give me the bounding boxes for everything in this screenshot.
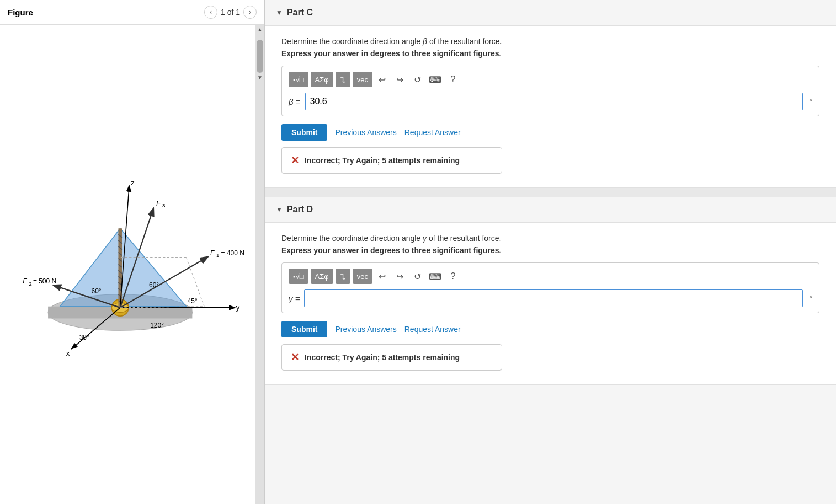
part-d-unit: ° bbox=[810, 294, 812, 303]
part-d-header: ▼ Part D bbox=[265, 197, 836, 223]
part-c-feedback-text: Incorrect; Try Again; 5 attempts remaini… bbox=[305, 156, 460, 165]
part-c-action-row: Submit Previous Answers Request Answer bbox=[281, 124, 819, 141]
svg-text:30°: 30° bbox=[79, 334, 89, 341]
part-c-submit-btn[interactable]: Submit bbox=[281, 124, 327, 141]
figure-next-btn[interactable]: › bbox=[243, 6, 257, 19]
keyboard-btn-c[interactable]: ⌨ bbox=[428, 72, 443, 87]
svg-text:F: F bbox=[23, 277, 27, 285]
part-d-input[interactable] bbox=[304, 289, 802, 307]
part-d-instruction: Express your answer in degrees to three … bbox=[281, 246, 819, 255]
part-d-math-label: γ = bbox=[289, 294, 300, 303]
help-btn-c[interactable]: ? bbox=[445, 72, 461, 87]
part-c-error-icon: ✕ bbox=[291, 154, 299, 167]
part-d-feedback-text: Incorrect; Try Again; 5 attempts remaini… bbox=[305, 353, 460, 362]
figure-nav: ‹ 1 of 1 › bbox=[204, 6, 257, 19]
part-c-input[interactable] bbox=[305, 93, 803, 110]
part-c-collapse-icon[interactable]: ▼ bbox=[276, 9, 283, 17]
svg-text:2: 2 bbox=[29, 281, 31, 287]
svg-text:1: 1 bbox=[216, 252, 219, 258]
part-c-previous-answers-btn[interactable]: Previous Answers bbox=[335, 128, 396, 137]
part-c-title: Part C bbox=[287, 8, 313, 18]
svg-text:F: F bbox=[156, 199, 161, 207]
svg-text:F: F bbox=[210, 249, 215, 257]
part-c-description: Determine the coordinate direction angle… bbox=[281, 37, 819, 46]
part-d-collapse-icon[interactable]: ▼ bbox=[276, 206, 283, 213]
figure-diagram: z x y F 3 F 1 = 4 bbox=[0, 25, 264, 504]
part-c-toolbar: ▪√□ ΑΣφ ⇅ vec ↩ ↪ ↺ ⌨ ? bbox=[289, 72, 812, 87]
part-d-action-row: Submit Previous Answers Request Answer bbox=[281, 321, 819, 337]
part-d-math-container: ▪√□ ΑΣφ ⇅ vec ↩ ↪ ↺ ⌨ ? γ = ° bbox=[281, 262, 819, 313]
help-btn-d[interactable]: ? bbox=[445, 269, 461, 284]
part-d-previous-answers-btn[interactable]: Previous Answers bbox=[335, 325, 396, 334]
part-d-description: Determine the coordinate direction angle… bbox=[281, 234, 819, 243]
redo-btn-d[interactable]: ↪ bbox=[392, 269, 408, 284]
part-separator bbox=[265, 188, 836, 197]
undo-btn-d[interactable]: ↩ bbox=[375, 269, 390, 284]
vec-btn-d[interactable]: vec bbox=[353, 269, 372, 284]
scroll-down-arrow[interactable]: ▼ bbox=[255, 73, 264, 82]
alpha-btn-d[interactable]: ΑΣφ bbox=[311, 269, 333, 284]
vec-btn-c[interactable]: vec bbox=[353, 72, 372, 87]
svg-text:= 400 N: = 400 N bbox=[221, 249, 244, 257]
redo-btn-c[interactable]: ↪ bbox=[392, 72, 408, 87]
part-d-title: Part D bbox=[287, 205, 313, 215]
matrix-btn-d[interactable]: ▪√□ bbox=[289, 269, 308, 284]
keyboard-btn-d[interactable]: ⌨ bbox=[428, 269, 443, 284]
part-d-submit-btn[interactable]: Submit bbox=[281, 321, 327, 337]
part-d-toolbar: ▪√□ ΑΣφ ⇅ vec ↩ ↪ ↺ ⌨ ? bbox=[289, 269, 812, 284]
left-panel: Figure ‹ 1 of 1 › bbox=[0, 0, 265, 504]
svg-text:3: 3 bbox=[162, 202, 166, 208]
alpha-btn-c[interactable]: ΑΣφ bbox=[311, 72, 333, 87]
figure-count: 1 of 1 bbox=[221, 8, 240, 17]
figure-title: Figure bbox=[8, 8, 33, 17]
svg-text:60°: 60° bbox=[149, 281, 159, 289]
part-c-header: ▼ Part C bbox=[265, 0, 836, 26]
arrows-btn-d[interactable]: ⇅ bbox=[336, 269, 350, 284]
svg-text:120°: 120° bbox=[150, 321, 164, 329]
scroll-up-arrow[interactable]: ▲ bbox=[255, 25, 264, 34]
part-d-body: Determine the coordinate direction angle… bbox=[265, 223, 836, 385]
part-d-error-icon: ✕ bbox=[291, 351, 299, 363]
part-c-request-answer-btn[interactable]: Request Answer bbox=[404, 128, 461, 137]
scroll-thumb[interactable] bbox=[257, 40, 263, 73]
figure-image-area: z x y F 3 F 1 = 4 bbox=[0, 25, 264, 504]
part-c-math-container: ▪√□ ΑΣφ ⇅ vec ↩ ↪ ↺ ⌨ ? β = ° bbox=[281, 66, 819, 116]
part-d-request-answer-btn[interactable]: Request Answer bbox=[404, 325, 461, 334]
figure-scrollbar[interactable]: ▲ ▼ bbox=[255, 25, 264, 504]
figure-prev-btn[interactable]: ‹ bbox=[204, 6, 217, 19]
svg-text:45°: 45° bbox=[188, 297, 198, 305]
part-d-input-row: γ = ° bbox=[289, 289, 812, 307]
part-c-math-label: β = bbox=[289, 97, 301, 106]
part-c-instruction: Express your answer in degrees to three … bbox=[281, 49, 819, 58]
svg-text:60°: 60° bbox=[91, 287, 101, 295]
svg-text:z: z bbox=[131, 179, 135, 187]
part-c-input-row: β = ° bbox=[289, 93, 812, 110]
part-c-body: Determine the coordinate direction angle… bbox=[265, 26, 836, 188]
svg-text:= 500 N: = 500 N bbox=[33, 277, 56, 285]
part-c-unit: ° bbox=[810, 98, 812, 106]
svg-text:y: y bbox=[236, 303, 240, 312]
right-panel: ▼ Part C Determine the coordinate direct… bbox=[265, 0, 836, 504]
part-c-feedback-box: ✕ Incorrect; Try Again; 5 attempts remai… bbox=[281, 147, 502, 174]
refresh-btn-c[interactable]: ↺ bbox=[410, 72, 425, 87]
part-d-feedback-box: ✕ Incorrect; Try Again; 5 attempts remai… bbox=[281, 344, 502, 371]
matrix-btn-c[interactable]: ▪√□ bbox=[289, 72, 308, 87]
undo-btn-c[interactable]: ↩ bbox=[375, 72, 390, 87]
figure-header: Figure ‹ 1 of 1 › bbox=[0, 0, 264, 25]
arrows-btn-c[interactable]: ⇅ bbox=[336, 72, 350, 87]
refresh-btn-d[interactable]: ↺ bbox=[410, 269, 425, 284]
svg-text:x: x bbox=[66, 349, 70, 357]
part-c-section: ▼ Part C Determine the coordinate direct… bbox=[265, 0, 836, 188]
part-d-section: ▼ Part D Determine the coordinate direct… bbox=[265, 197, 836, 385]
